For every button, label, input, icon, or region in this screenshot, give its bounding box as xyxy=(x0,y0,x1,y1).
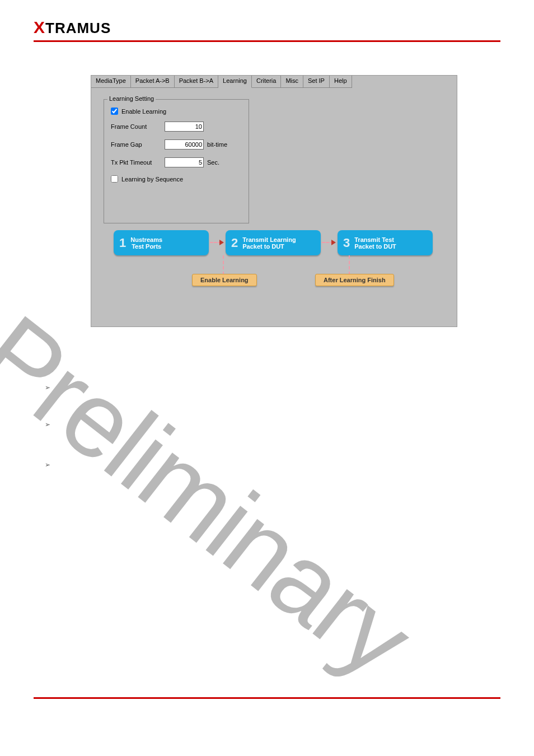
tab-learning[interactable]: Learning xyxy=(218,76,252,88)
flow-step-2-text: Transmit Learning Packet to DUT xyxy=(242,236,296,250)
tab-strip: MediaType Packet A->B Packet B->A Learni… xyxy=(91,76,457,88)
bullet-2: ➢ xyxy=(45,384,50,391)
learning-panel: Learning Setting Enable Learning Frame C… xyxy=(91,88,457,235)
frame-count-label: Frame Count xyxy=(111,123,161,130)
flow-connector-1 xyxy=(223,255,224,275)
learning-groupbox: Learning Setting Enable Learning Frame C… xyxy=(104,99,249,223)
learning-seq-checkbox[interactable] xyxy=(111,175,118,183)
bullet-list: ➢ ➢ ➢ ➢ ➢ xyxy=(45,334,50,469)
frame-gap-row: Frame Gap bit-time xyxy=(111,139,242,150)
tx-timeout-unit: Sec. xyxy=(207,159,219,166)
flow-diagram: 1 Nustreams Test Ports 2 Transmit Learni… xyxy=(114,230,443,297)
watermark-text: Preliminary xyxy=(0,291,433,700)
frame-count-input[interactable] xyxy=(165,122,204,132)
logo-x: X xyxy=(34,18,45,36)
flow-step-3: 3 Transmit Test Packet to DUT xyxy=(338,230,433,255)
frame-gap-unit: bit-time xyxy=(207,141,227,148)
flow-badge-after: After Learning Finish xyxy=(315,274,394,286)
header-divider xyxy=(34,40,500,42)
learning-seq-row: Learning by Sequence xyxy=(111,175,242,183)
learning-seq-label: Learning by Sequence xyxy=(121,176,183,183)
tab-help[interactable]: Help xyxy=(330,76,352,88)
tab-packet-ba[interactable]: Packet B->A xyxy=(175,76,218,88)
enable-learning-label: Enable Learning xyxy=(121,108,166,115)
frame-count-row: Frame Count xyxy=(111,122,242,132)
flow-step-1-num: 1 xyxy=(119,236,126,250)
groupbox-title: Learning Setting xyxy=(107,95,156,102)
flow-step-2: 2 Transmit Learning Packet to DUT xyxy=(226,230,321,255)
brand-logo: XTRAMUS xyxy=(34,18,111,37)
flow-step-1-text: Nustreams Test Ports xyxy=(130,236,162,250)
logo-rest: TRAMUS xyxy=(45,20,111,36)
tab-mediatype[interactable]: MediaType xyxy=(91,76,131,88)
tab-packet-ab[interactable]: Packet A->B xyxy=(131,76,175,88)
frame-gap-input[interactable] xyxy=(165,139,204,150)
enable-learning-checkbox[interactable] xyxy=(111,108,118,115)
bullet-3: ➢ xyxy=(45,402,50,410)
flow-arrow-1 xyxy=(210,240,227,245)
settings-dialog: MediaType Packet A->B Packet B->A Learni… xyxy=(91,75,457,327)
tab-misc[interactable]: Misc xyxy=(281,76,303,88)
tab-criteria[interactable]: Criteria xyxy=(252,76,281,88)
tx-timeout-row: Tx Pkt Timeout Sec. xyxy=(111,157,242,167)
bullet-1: ➢ xyxy=(45,334,50,342)
bullet-5: ➢ xyxy=(45,461,50,469)
flow-step-1: 1 Nustreams Test Ports xyxy=(114,230,209,255)
tx-timeout-label: Tx Pkt Timeout xyxy=(111,159,161,166)
enable-learning-row: Enable Learning xyxy=(111,108,242,115)
flow-step-3-text: Transmit Test Packet to DUT xyxy=(354,236,396,250)
flow-connector-2 xyxy=(349,255,350,275)
flow-arrow-2 xyxy=(322,240,339,245)
flow-step-2-num: 2 xyxy=(231,236,238,250)
flow-badge-enable: Enable Learning xyxy=(192,274,257,286)
footer-divider xyxy=(34,697,500,699)
tx-timeout-input[interactable] xyxy=(165,157,204,167)
bullet-4: ➢ xyxy=(45,421,50,428)
tab-setip[interactable]: Set IP xyxy=(303,76,330,88)
flow-step-3-num: 3 xyxy=(343,236,350,250)
frame-gap-label: Frame Gap xyxy=(111,141,161,148)
